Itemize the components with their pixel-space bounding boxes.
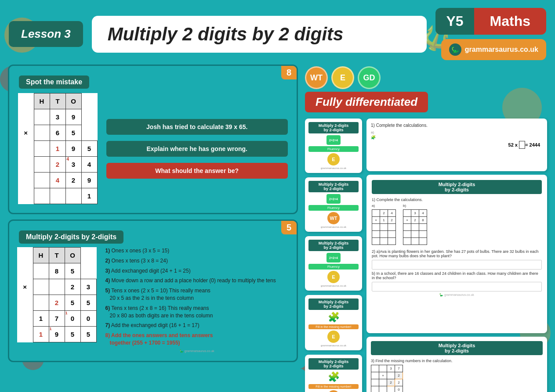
main-worksheet-preview: Multiply 2-digitsby 2-digits 1) Complete…: [366, 175, 547, 333]
ws-badge-row-2: 2+2=4: [308, 194, 359, 204]
level-circle-wt-1: WT: [327, 212, 340, 224]
main-content: 8 Spot the mistake H T O: [0, 65, 555, 392]
step-8: 8) Add the ones answers and tens answers…: [105, 332, 289, 347]
puzzle-icon-2: 🧩: [308, 371, 359, 383]
brand-icon: 🦕: [449, 43, 461, 56]
footer-brand: 🦕 grammarsaurus.co.uk: [105, 349, 289, 353]
page-header: Lesson 3 Multiply 2 digits by 2 digits Y…: [0, 0, 555, 65]
slide-number-2: 5: [281, 221, 297, 234]
multiplication-grid: H T O 3 9 × 6: [18, 93, 98, 204]
what-answer-button[interactable]: What should the answer be?: [106, 163, 288, 179]
step-4: 4) Move down a row and add a place holde…: [105, 277, 289, 284]
ws-brand-4: grammarsaurus.co.uk: [308, 344, 359, 347]
e-icon: E: [331, 66, 354, 89]
multiplication-grid-2: H T O 8 5 ×: [17, 247, 97, 353]
calc-result: 52 x = 2444: [508, 142, 540, 147]
level-circle-e-1: E: [327, 153, 340, 165]
answer-box-1: [372, 260, 542, 270]
mini-calc-a: a) 24 ×12: [372, 204, 396, 247]
step-2: 2) Ones x tens (3 x 8 = 24): [105, 257, 289, 265]
fluency-label-2: Fluency: [308, 205, 359, 211]
step-3: 3) Add exchanged digit (24 + 1 = 25): [105, 267, 289, 275]
puzzle-icon-1: 🧩: [308, 312, 359, 323]
wt-icon: WT: [305, 66, 328, 89]
steps-column: 1) Ones x ones (3 x 5 = 15) 2) Ones x te…: [105, 247, 289, 353]
worksheet-card-2[interactable]: Multiply 2-digitsby 2-digits 2+2=4 Fluen…: [305, 177, 362, 232]
step-1: 1) Ones x ones (3 x 5 = 15): [105, 247, 289, 255]
slide-number-1: 8: [281, 66, 297, 79]
ws-brand-3: grammarsaurus.co.uk: [308, 284, 359, 287]
subject-label: Maths: [474, 8, 546, 35]
main-preview-title: Multiply 2-digitsby 2-digits: [372, 180, 542, 194]
missing-content: 3) Find the missing numbers in the calcu…: [371, 359, 543, 392]
level-circle-wt-2: WT: [327, 390, 340, 392]
fluency-label-3: Fluency: [308, 264, 359, 270]
main-preview-area: 1) Complete the calculations. a) 🧩 52 x …: [366, 119, 547, 392]
missing-table: 37 ×2 22 0 92: [371, 365, 403, 392]
ws-title-5: Multiply 2-digitsby 2-digits: [308, 358, 359, 370]
ws-brand-2: grammarsaurus.co.uk: [308, 226, 359, 228]
differentiation-icons: WT E GD: [305, 66, 381, 89]
preview-task2b: b) In a school, there are 16 classes and…: [372, 271, 542, 280]
missing-label-1: Fill in the missing number!: [308, 324, 359, 329]
ws-badge-row-3: 2+2=4: [308, 253, 359, 263]
mini-calcs: a) 24 ×12 b): [372, 204, 542, 247]
lesson-badge: Lesson 3: [9, 21, 83, 47]
ws-title-4: Multiply 2-digitsby 2-digits: [308, 298, 359, 310]
preview-top: 1) Complete the calculations. a) 🧩 52 x …: [366, 119, 547, 171]
multiply-inner: H T O 8 5 ×: [14, 244, 292, 356]
gd-icon: GD: [358, 66, 381, 89]
differentiated-header: WT E GD Fully differentiated: [305, 65, 547, 114]
mini-calc-b: b) 34 ×28: [403, 204, 427, 247]
answer-box-2: [372, 282, 542, 291]
year-subject-badge: Y5 Maths: [435, 8, 546, 35]
title-box: Multiply 2 digits by 2 digits: [92, 16, 427, 53]
multiply-panel: 5 Multiply 2-digits by 2-digits H T O: [8, 219, 298, 362]
preview-content: 1) Complete the calculations. a) 24 ×12: [372, 198, 542, 291]
brand-name: grammarsaurus.co.uk: [465, 46, 538, 54]
ws-badge-2: 2+2=4: [326, 194, 341, 204]
spot-mistake-panel: 8 Spot the mistake H T O: [8, 65, 298, 214]
missing-numbers-preview: Multiply 2-digitsby 2-digits 3) Find the…: [366, 337, 547, 392]
step-5: 5) Tens x ones (2 x 5 = 10) This really …: [105, 287, 289, 302]
differentiated-label: Fully differentiated: [305, 92, 428, 112]
page-title: Multiply 2 digits by 2 digits: [108, 24, 411, 45]
preview-task2: 2) a)Ava is planting flowers in her gard…: [372, 249, 542, 258]
step-6: 6) Tens x tens (2 x 8 = 16) This really …: [105, 305, 289, 320]
left-panels: 8 Spot the mistake H T O: [8, 65, 298, 392]
missing-task: 3) Find the missing numbers in the calcu…: [371, 359, 543, 363]
missing-label-2: Fill in the missing number!: [308, 384, 359, 389]
step-7: 7) Add the exchanged digit (16 + 1 = 17): [105, 322, 289, 329]
ws-badge-3: 2+2=4: [326, 253, 341, 263]
brand-box[interactable]: 🦕 grammarsaurus.co.uk: [441, 39, 546, 60]
fluency-label-1: Fluency: [308, 146, 359, 152]
preview-footer: 🦕 grammarsaurus.co.uk: [372, 293, 542, 297]
header-right: Y5 Maths 🦕 grammarsaurus.co.uk: [435, 8, 546, 60]
year-label: Y5: [435, 8, 474, 35]
spot-mistake-header: Spot the mistake: [19, 76, 89, 89]
multiply-header: Multiply 2-digits by 2-digits: [19, 230, 123, 244]
spot-inner: H T O 3 9 × 6: [14, 89, 292, 209]
ws-title-2: Multiply 2-digitsby 2-digits: [308, 181, 359, 192]
preview-top-task: 1) Complete the calculations.: [371, 123, 543, 128]
worksheet-card-1[interactable]: Multiply 2-digitsby 2-digits 2+2=4 Fluen…: [305, 119, 362, 173]
worksheet-card-4[interactable]: Multiply 2-digitsby 2-digits 🧩 Fill in t…: [305, 295, 362, 350]
right-panel: WT E GD Fully differentiated Multiply 2-…: [305, 65, 547, 392]
ws-badge-1: 2+2=4: [326, 135, 341, 145]
spot-mistake-title: Spot the mistake: [26, 78, 82, 86]
worksheet-col-left: Multiply 2-digitsby 2-digits 2+2=4 Fluen…: [305, 119, 362, 392]
calc-a: a) 🧩: [371, 130, 376, 140]
level-circle-e-3: E: [327, 331, 340, 343]
missing-preview-title: Multiply 2-digitsby 2-digits: [371, 341, 543, 355]
worksheet-card-3[interactable]: Multiply 2-digitsby 2-digits 2+2=4 Fluen…: [305, 236, 362, 291]
ws-title-3: Multiply 2-digitsby 2-digits: [308, 240, 359, 251]
preview-top-calcs: a) 🧩 52 x = 2444: [371, 130, 543, 140]
ws-badge-row-1: 2+2=4: [308, 135, 359, 145]
explain-wrong-button[interactable]: Explain where he has gone wrong.: [106, 141, 288, 157]
ws-title-1: Multiply 2-digitsby 2-digits: [308, 122, 359, 133]
level-circle-e-2: E: [327, 271, 340, 283]
josh-calculate-button[interactable]: Josh has tried to calculate 39 x 65.: [106, 119, 288, 135]
worksheet-card-5[interactable]: Multiply 2-digitsby 2-digits 🧩 Fill in t…: [305, 355, 362, 392]
preview-task1: 1) Complete the calculations.: [372, 198, 542, 202]
worksheets-row: Multiply 2-digitsby 2-digits 2+2=4 Fluen…: [305, 119, 547, 392]
